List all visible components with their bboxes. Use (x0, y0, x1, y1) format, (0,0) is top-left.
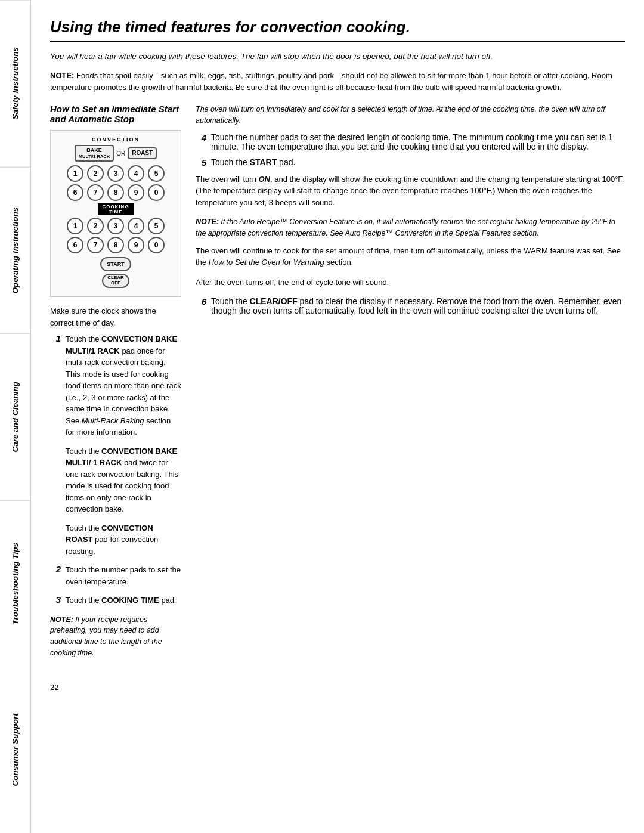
step-1c-text: Touch the CONVECTION ROAST pad for conve… (66, 522, 181, 558)
sidebar-item-care-and-cleaning: Care and Cleaning (0, 333, 30, 500)
convection-label: CONVECTION (58, 137, 174, 143)
two-column-layout: How to Set an Immediate Start and Automa… (50, 104, 625, 664)
sidebar-item-consumer-support: Consumer Support (0, 667, 30, 833)
note-auto-recipe: NOTE: If the Auto Recipe™ Conversion Fea… (196, 216, 625, 239)
main-content: Using the timed features for convection … (31, 0, 644, 710)
num-0[interactable]: 0 (148, 184, 165, 201)
steps-left: Make sure the clock shows the correct ti… (50, 305, 181, 659)
num-row-2: 6 7 8 9 0 (58, 184, 174, 201)
num-9b[interactable]: 9 (128, 237, 144, 253)
step-6-num: 6 (196, 296, 206, 306)
num-1b[interactable]: 1 (67, 218, 83, 234)
num-8b[interactable]: 8 (107, 237, 124, 253)
bake-label: BAKE (79, 147, 110, 154)
note-label: NOTE: (50, 71, 74, 80)
num-row-4: 6 7 8 9 0 (58, 237, 174, 253)
num-3b[interactable]: 3 (107, 218, 124, 234)
num-4b[interactable]: 4 (128, 218, 144, 234)
step-2: 2 Touch the number pads to set the oven … (50, 564, 181, 587)
step-3-text: Touch the COOKING TIME pad. (66, 594, 181, 606)
step-4-text: Touch the number pads to set the desired… (211, 132, 625, 151)
clear-label: CLEAROFF (107, 275, 124, 286)
after-cycle-text: After the oven turns off, the end-of-cyc… (196, 277, 625, 289)
num-8[interactable]: 8 (107, 184, 124, 201)
make-sure-text: Make sure the clock shows the correct ti… (50, 305, 181, 329)
italic-note-right: The oven will turn on immediately and co… (196, 104, 625, 126)
right-column: The oven will turn on immediately and co… (196, 104, 625, 664)
sidebar: Safety Instructions Operating Instructio… (0, 0, 31, 833)
step-1-num: 1 (50, 332, 61, 346)
num-9[interactable]: 9 (128, 184, 144, 201)
sidebar-item-safety-instructions: Safety Instructions (0, 0, 30, 167)
clear-off-button[interactable]: CLEAROFF (102, 274, 129, 288)
cooking-time-label: COOKING TIME (98, 203, 134, 215)
bake-roast-row: BAKE MULTI/1 RACK OR ROAST (58, 145, 174, 162)
left-column: How to Set an Immediate Start and Automa… (50, 104, 181, 664)
step-2-text: Touch the number pads to set the oven te… (66, 564, 181, 587)
section-heading: How to Set an Immediate Start and Automa… (50, 104, 181, 124)
roast-button[interactable]: ROAST (128, 147, 157, 159)
note-preheating: NOTE: If your recipe requires preheating… (50, 614, 181, 659)
num-2b[interactable]: 2 (87, 218, 104, 234)
or-label: OR (116, 150, 125, 157)
num-row-3: 1 2 3 4 5 (58, 218, 174, 234)
step-1c: Touch the CONVECTION ROAST pad for conve… (66, 522, 181, 558)
multi-rack-label: MULTI/1 RACK (79, 154, 110, 159)
step-3-num: 3 (50, 593, 61, 607)
num-5[interactable]: 5 (148, 165, 165, 182)
num-7b[interactable]: 7 (87, 237, 104, 253)
sidebar-item-troubleshooting-tips: Troubleshooting Tips (0, 500, 30, 667)
page-title: Using the timed features for convection … (50, 18, 625, 42)
step-6: 6 Touch the CLEAR/OFF pad to clear the d… (196, 296, 625, 315)
step-5-num: 5 (196, 157, 206, 168)
continue-cook-text: The oven will continue to cook for the s… (196, 245, 625, 268)
num-3[interactable]: 3 (107, 165, 124, 182)
step-1b: Touch the CONVECTION BAKE MULTI/ 1 RACK … (66, 445, 181, 515)
note-text: NOTE: Foods that spoil easily—such as mi… (50, 70, 625, 93)
step-1b-text: Touch the CONVECTION BAKE MULTI/ 1 RACK … (66, 445, 181, 515)
num-1[interactable]: 1 (67, 165, 83, 182)
num-2[interactable]: 2 (87, 165, 104, 182)
num-7[interactable]: 7 (87, 184, 104, 201)
bake-button[interactable]: BAKE MULTI/1 RACK (75, 145, 114, 162)
step-1-text: Touch the CONVECTION BAKE MULTI/1 RACK p… (66, 333, 181, 438)
step-4-num: 4 (196, 132, 206, 143)
step-4: 4 Touch the number pads to set the desir… (196, 132, 625, 151)
step-3: 3 Touch the COOKING TIME pad. (50, 594, 181, 607)
step-5-text: Touch the START pad. (211, 157, 625, 167)
keypad-panel: CONVECTION BAKE MULTI/1 RACK OR ROAST 1 … (50, 130, 181, 297)
num-0b[interactable]: 0 (148, 237, 165, 253)
num-5b[interactable]: 5 (148, 218, 165, 234)
on-text: The oven will turn ON, and the display w… (196, 174, 625, 209)
step-6-text: Touch the CLEAR/OFF pad to clear the dis… (211, 296, 625, 315)
intro-text: You will hear a fan while cooking with t… (50, 51, 625, 63)
num-row-1: 1 2 3 4 5 (58, 165, 174, 182)
start-button[interactable]: START (100, 257, 131, 271)
sidebar-item-operating-instructions: Operating Instructions (0, 167, 30, 334)
num-6b[interactable]: 6 (67, 237, 83, 253)
step-1: 1 Touch the CONVECTION BAKE MULTI/1 RACK… (50, 333, 181, 438)
note-body: Foods that spoil easily—such as milk, eg… (50, 71, 612, 92)
step-2-num: 2 (50, 563, 61, 577)
num-4[interactable]: 4 (128, 165, 144, 182)
step-5: 5 Touch the START pad. (196, 157, 625, 168)
page-number: 22 (50, 683, 625, 692)
num-6[interactable]: 6 (67, 184, 83, 201)
